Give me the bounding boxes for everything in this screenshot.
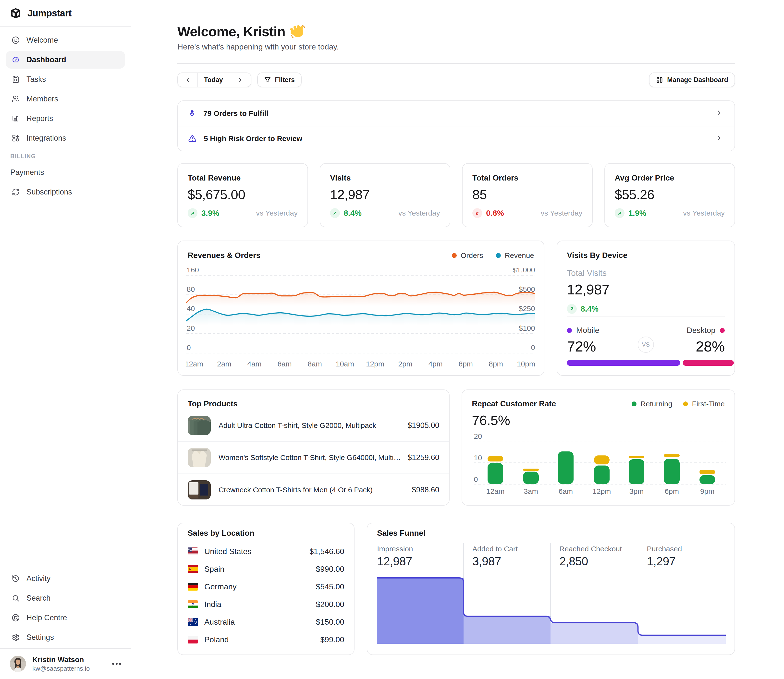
svg-text:12pm: 12pm [366,360,384,368]
svg-text:0: 0 [474,475,478,483]
svg-text:20: 20 [474,432,482,440]
svg-text:6am: 6am [559,487,573,495]
svg-text:160: 160 [187,268,199,274]
svg-text:2pm: 2pm [398,360,412,368]
svg-text:$500: $500 [519,285,535,293]
svg-text:10: 10 [474,454,482,462]
svg-text:9pm: 9pm [700,487,714,495]
svg-text:6am: 6am [277,360,291,368]
svg-text:6pm: 6pm [665,487,679,495]
svg-text:10am: 10am [336,360,354,368]
svg-text:3am: 3am [524,487,538,495]
svg-text:8am: 8am [308,360,322,368]
svg-text:$250: $250 [519,305,535,313]
svg-text:6pm: 6pm [459,360,473,368]
svg-text:0: 0 [187,343,191,352]
svg-text:4am: 4am [247,360,261,368]
svg-text:8pm: 8pm [489,360,503,368]
svg-text:$100: $100 [519,324,535,332]
svg-text:$1,000: $1,000 [513,268,535,274]
svg-text:10pm: 10pm [517,360,535,368]
svg-text:0: 0 [531,343,535,352]
svg-text:4pm: 4pm [428,360,443,368]
svg-text:12am: 12am [186,360,203,368]
svg-text:3pm: 3pm [629,487,644,495]
svg-text:12am: 12am [486,487,504,495]
svg-text:40: 40 [187,305,195,313]
svg-text:2am: 2am [217,360,231,368]
svg-text:80: 80 [187,285,195,293]
svg-text:12pm: 12pm [592,487,611,495]
svg-text:20: 20 [187,324,195,332]
